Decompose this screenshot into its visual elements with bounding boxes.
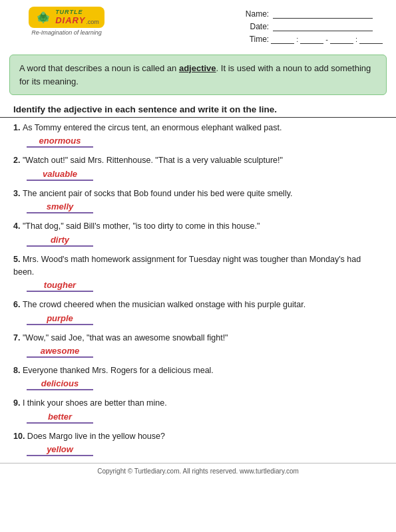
question-item: 3. The ancient pair of socks that Bob fo… (13, 188, 383, 213)
time-field-2 (300, 35, 323, 44)
question-text: 8. Everyone thanked Mrs. Rogers for a de… (13, 364, 383, 377)
header-fields: Name: Date: Time: : - : (245, 7, 383, 44)
question-item: 6. The crowd cheered when the musician w… (13, 299, 383, 325)
answer-line: awesome (27, 347, 93, 358)
question-text: 10. Does Margo live in the yellow house? (13, 430, 383, 443)
question-number: 8. (13, 366, 23, 375)
time-sep-1: : (296, 35, 298, 43)
question-item: 4. "That dog," said Bill's mother, "is t… (13, 220, 383, 246)
time-sep-3: : (355, 35, 357, 43)
answer-text: smelly (47, 201, 73, 212)
answer-line-container: tougher (13, 281, 383, 292)
question-number: 6. (13, 300, 23, 309)
answer-line-container: smelly (13, 203, 383, 213)
answer-text: better (48, 412, 72, 422)
question-number: 4. (13, 221, 23, 231)
instructions: Identify the adjective in each sentence … (0, 100, 396, 118)
question-item: 5. Mrs. Wood's math homework assignment … (13, 253, 383, 293)
question-text: 1. As Tommy entered the circus tent, an … (13, 122, 383, 134)
turtle-icon (34, 10, 53, 25)
logo-subtitle: Re-Imagination of learning (31, 29, 102, 36)
answer-line-container: delicious (13, 380, 383, 390)
logo-box: TURTLE DIARY .com (29, 7, 104, 28)
answer-text: dirty (51, 235, 69, 245)
answer-text: delicious (41, 378, 79, 389)
time-field-3 (330, 35, 353, 44)
question-text: 2. "Watch out!" said Mrs. Rittenhouse. "… (13, 154, 383, 167)
time-row: Time: : - : (245, 35, 383, 44)
name-label: Name: (245, 9, 269, 19)
answer-line: valuable (27, 170, 93, 181)
answer-text: purple (47, 313, 73, 324)
instructions-text: Identify the adjective in each sentence … (13, 104, 277, 114)
answer-text: awesome (41, 346, 80, 356)
question-number: 7. (13, 333, 23, 342)
footer: Copyright © Turtlediary.com. All rights … (0, 463, 396, 477)
answer-line: better (27, 413, 93, 424)
answer-line-container: enormous (13, 137, 383, 148)
date-row: Date: (245, 22, 383, 31)
question-item: 2. "Watch out!" said Mrs. Rittenhouse. "… (13, 154, 383, 180)
header: TURTLE DIARY .com Re-Imagination of lear… (0, 0, 396, 49)
time-sep-2: - (325, 35, 328, 43)
answer-line: enormous (27, 137, 93, 148)
answer-text: tougher (44, 280, 76, 291)
logo-diary-text: DIARY (55, 16, 85, 25)
svg-point-10 (43, 21, 44, 24)
answer-text: enormous (39, 136, 81, 146)
time-label: Time: (245, 35, 269, 44)
info-adjective-bold: adjective (179, 63, 216, 73)
question-number: 3. (13, 189, 23, 198)
date-label: Date: (245, 22, 269, 31)
answer-line-container: better (13, 413, 383, 424)
time-field-1 (271, 35, 294, 44)
logo-area: TURTLE DIARY .com Re-Imagination of lear… (13, 7, 120, 36)
question-text: 4. "That dog," said Bill's mother, "is t… (13, 220, 383, 233)
question-item: 1. As Tommy entered the circus tent, an … (13, 122, 383, 148)
answer-line: tougher (27, 281, 93, 292)
answer-text: valuable (43, 169, 77, 180)
answer-line-container: valuable (13, 170, 383, 181)
question-number: 2. (13, 156, 23, 165)
answer-line: delicious (27, 380, 93, 390)
answer-line-container: yellow (13, 446, 383, 456)
date-field (273, 22, 373, 31)
question-number: 5. (13, 255, 23, 264)
question-number: 10. (13, 432, 27, 441)
answer-line: dirty (27, 236, 93, 247)
answer-line-container: dirty (13, 236, 383, 247)
question-text: 6. The crowd cheered when the musician w… (13, 299, 383, 311)
answer-text: yellow (47, 444, 73, 455)
question-text: 9. I think your shoes are better than mi… (13, 397, 383, 410)
answer-line: smelly (27, 203, 93, 213)
svg-point-5 (42, 12, 45, 15)
question-number: 9. (13, 398, 23, 408)
questions-section: 1. As Tommy entered the circus tent, an … (0, 122, 396, 456)
name-field (273, 9, 373, 19)
name-row: Name: (245, 9, 383, 19)
question-text: 7. "Wow," said Joe, "that was an awesome… (13, 332, 383, 344)
time-field-4 (359, 35, 383, 44)
footer-text: Copyright © Turtlediary.com. All rights … (97, 467, 299, 475)
answer-line-container: purple (13, 315, 383, 325)
answer-line-container: awesome (13, 347, 383, 358)
question-number: 1. (13, 123, 23, 132)
question-text: 3. The ancient pair of socks that Bob fo… (13, 188, 383, 200)
info-box: A word that describes a noun is called a… (9, 55, 387, 95)
question-item: 8. Everyone thanked Mrs. Rogers for a de… (13, 364, 383, 390)
question-item: 9. I think your shoes are better than mi… (13, 397, 383, 423)
logo-com: .com (86, 19, 99, 25)
info-text-before: A word that describes a noun is called a… (19, 63, 179, 73)
question-text: 5. Mrs. Wood's math homework assignment … (13, 253, 383, 279)
question-item: 7. "Wow," said Joe, "that was an awesome… (13, 332, 383, 358)
answer-line: purple (27, 315, 93, 325)
question-item: 10. Does Margo live in the yellow house?… (13, 430, 383, 456)
answer-line: yellow (27, 446, 93, 456)
